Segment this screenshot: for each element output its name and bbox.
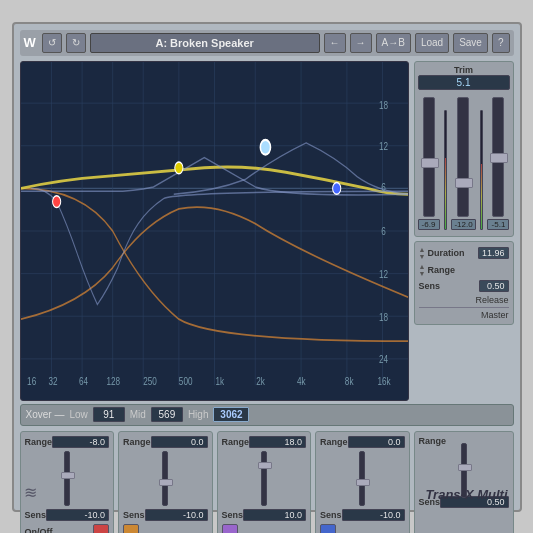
- vu-fill-1: [445, 158, 447, 229]
- trim-value[interactable]: 5.1: [418, 75, 510, 90]
- fader2-track[interactable]: [457, 97, 469, 217]
- undo-button[interactable]: ↺: [42, 33, 62, 53]
- svg-text:6: 6: [381, 224, 386, 237]
- band2-range-value[interactable]: 0.0: [151, 436, 208, 448]
- duration-value[interactable]: 11.96: [478, 247, 509, 259]
- fader3-track[interactable]: [492, 97, 504, 217]
- svg-point-18: [174, 161, 182, 173]
- svg-point-19: [260, 139, 270, 154]
- fader3-col: -5.1: [487, 97, 509, 230]
- trim-section: Trim 5.1 -6.9: [414, 61, 514, 237]
- next-preset-button[interactable]: →: [350, 33, 372, 53]
- svg-text:18: 18: [379, 310, 388, 323]
- band1-range-label: Range: [25, 437, 53, 447]
- preset-name[interactable]: A: Broken Speaker: [90, 33, 320, 53]
- ab-button[interactable]: A→B: [376, 33, 411, 53]
- xover-low-value[interactable]: 91: [93, 407, 125, 422]
- range-row: ▲▼ Range: [419, 263, 509, 277]
- band4-slider[interactable]: [359, 451, 365, 506]
- main-area: 18 12 6 6 12 18 24 16 32 64 128 250 500 …: [20, 61, 514, 401]
- fader1-track[interactable]: [423, 97, 435, 217]
- fader1-handle[interactable]: [421, 158, 439, 168]
- band1-onoff-button[interactable]: [93, 524, 109, 534]
- load-button[interactable]: Load: [415, 33, 449, 53]
- svg-point-17: [52, 195, 60, 207]
- band3-sens-label: Sens: [222, 510, 244, 520]
- band1-onoff-row: On/Off: [25, 524, 110, 534]
- fader1-value: -6.9: [418, 219, 440, 230]
- xover-low-label: Low: [69, 409, 87, 420]
- band3-section: Range 18.0 Sens 10.0: [217, 431, 312, 534]
- sens-row: Sens 0.50: [419, 280, 509, 292]
- svg-text:64: 64: [79, 374, 88, 387]
- fader3-handle[interactable]: [490, 153, 508, 163]
- svg-text:24: 24: [379, 352, 388, 365]
- xover-bar: Xover — Low 91 Mid 569 High 3062: [20, 404, 514, 426]
- svg-text:12: 12: [379, 267, 388, 280]
- right-panel: Trim 5.1 -6.9: [414, 61, 514, 401]
- fader2-value: -12.0: [451, 219, 475, 230]
- master-slider-handle[interactable]: [458, 464, 472, 471]
- svg-text:128: 128: [106, 374, 120, 387]
- band2-slider[interactable]: [162, 451, 168, 506]
- svg-text:250: 250: [143, 374, 157, 387]
- band4-sens-label: Sens: [320, 510, 342, 520]
- trim-faders: -6.9 -12.0: [418, 93, 510, 233]
- redo-button[interactable]: ↻: [66, 33, 86, 53]
- bottom-logo-icon: ≋: [24, 483, 37, 502]
- save-button[interactable]: Save: [453, 33, 488, 53]
- band3-range-label: Range: [222, 437, 250, 447]
- band4-section: Range 0.0 Sens -10.0: [315, 431, 410, 534]
- trim-label: Trim: [418, 65, 510, 75]
- top-bar: W ↺ ↻ A: Broken Speaker ← → A→B Load Sav…: [20, 30, 514, 56]
- fader1-col: -6.9: [418, 97, 440, 230]
- svg-text:32: 32: [48, 374, 57, 387]
- duration-label: Duration: [427, 248, 464, 258]
- svg-text:12: 12: [379, 139, 388, 152]
- band4-range-label: Range: [320, 437, 348, 447]
- vu-meter-2: [480, 110, 484, 230]
- band-controls: Range -8.0 Sens -10.0 On/Off Range 0.0: [20, 431, 514, 534]
- xover-mid-value[interactable]: 569: [151, 407, 183, 422]
- xover-high-value[interactable]: 3062: [213, 407, 249, 422]
- band1-range-value[interactable]: -8.0: [52, 436, 109, 448]
- waves-logo: W: [24, 35, 36, 50]
- band2-sens-value[interactable]: -10.0: [145, 509, 208, 521]
- eq-display[interactable]: 18 12 6 6 12 18 24 16 32 64 128 250 500 …: [20, 61, 409, 401]
- duration-section: ▲▼ Duration 11.96 ▲▼ Range Sens 0.50 Rel…: [414, 241, 514, 325]
- band3-sens-row: Sens 10.0: [222, 509, 307, 521]
- band1-slider[interactable]: [64, 451, 70, 506]
- band3-slider-handle[interactable]: [258, 462, 272, 469]
- help-button[interactable]: ?: [492, 33, 510, 53]
- svg-text:18: 18: [379, 98, 388, 111]
- eq-graph[interactable]: 18 12 6 6 12 18 24 16 32 64 128 250 500 …: [21, 62, 408, 400]
- band3-slider[interactable]: [261, 451, 267, 506]
- band3-onoff-button[interactable]: [222, 524, 238, 534]
- band3-range-value[interactable]: 18.0: [249, 436, 306, 448]
- fader2-col: -12.0: [451, 97, 475, 230]
- sens-value[interactable]: 0.50: [479, 280, 509, 292]
- band4-onoff-button[interactable]: [320, 524, 336, 534]
- svg-point-20: [332, 182, 340, 194]
- band4-slider-handle[interactable]: [356, 479, 370, 486]
- band4-range-row: Range 0.0: [320, 436, 405, 448]
- duration-spin[interactable]: ▲▼: [419, 246, 426, 260]
- release-label: Release: [419, 295, 509, 305]
- band4-range-value[interactable]: 0.0: [348, 436, 405, 448]
- band2-slider-handle[interactable]: [159, 479, 173, 486]
- svg-text:16k: 16k: [377, 374, 391, 387]
- fader3-value: -5.1: [487, 219, 509, 230]
- prev-preset-button[interactable]: ←: [324, 33, 346, 53]
- band1-onoff-label: On/Off: [25, 527, 53, 534]
- range-label: Range: [427, 265, 455, 275]
- band4-sens-value[interactable]: -10.0: [342, 509, 405, 521]
- band2-sens-label: Sens: [123, 510, 145, 520]
- band2-range-row: Range 0.0: [123, 436, 208, 448]
- range-spin[interactable]: ▲▼: [419, 263, 426, 277]
- band1-slider-handle[interactable]: [61, 472, 75, 479]
- band3-sens-value[interactable]: 10.0: [243, 509, 306, 521]
- master-label: Master: [419, 310, 509, 320]
- band2-onoff-button[interactable]: [123, 524, 139, 534]
- fader2-handle[interactable]: [455, 178, 473, 188]
- band1-sens-value[interactable]: -10.0: [46, 509, 109, 521]
